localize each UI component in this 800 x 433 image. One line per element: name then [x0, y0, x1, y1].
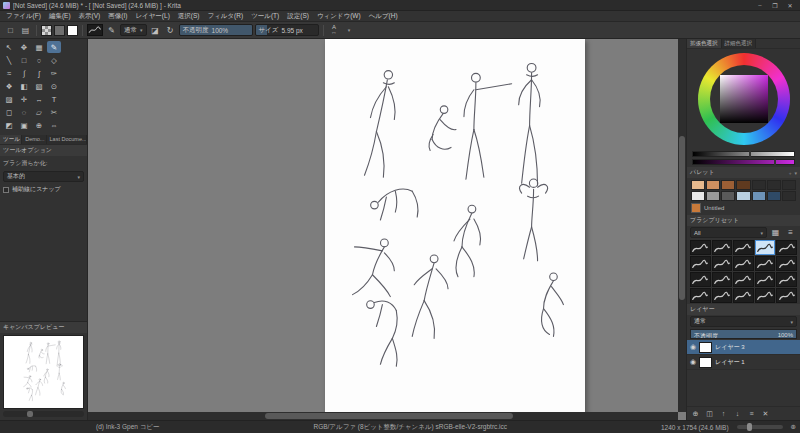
brush-preset[interactable]: [755, 256, 776, 271]
brush-preset[interactable]: [733, 240, 754, 255]
tool-rectangle[interactable]: □: [17, 54, 31, 66]
preview-zoom-knob[interactable]: [27, 411, 33, 417]
tool-color-sampler[interactable]: ⊙: [47, 80, 61, 92]
tool-contiguous-select[interactable]: ◩: [2, 119, 16, 131]
vertical-scrollbar-thumb[interactable]: [679, 136, 685, 300]
layer-row-selected[interactable]: ◉ レイヤー 3: [687, 340, 800, 355]
menu-filter[interactable]: フィルタ(R): [203, 12, 247, 21]
tool-pattern-edit[interactable]: ▨: [2, 93, 16, 105]
tool-freehand-select[interactable]: ✂: [47, 106, 61, 118]
tool-rect-select[interactable]: ◻: [2, 106, 16, 118]
saturation-value-square[interactable]: [720, 75, 768, 123]
layer-row[interactable]: ◉ レイヤー 1: [687, 355, 800, 370]
palette-selected-swatch[interactable]: [691, 203, 701, 213]
new-document-icon[interactable]: □: [4, 24, 17, 37]
brush-size-slider[interactable]: サイズ 5.95 px: [255, 24, 319, 36]
zoom-slider[interactable]: [737, 425, 783, 429]
brush-preset-selected[interactable]: [755, 240, 776, 255]
brush-preset[interactable]: [690, 288, 711, 303]
menu-window[interactable]: ウィンドウ(W): [313, 12, 365, 21]
palette-add-icon[interactable]: ＋: [787, 170, 792, 176]
tool-line[interactable]: ╲: [2, 54, 16, 66]
move-layer-up-button[interactable]: ↑: [717, 408, 730, 419]
brush-preset-preview[interactable]: [87, 24, 103, 36]
brush-preset[interactable]: [712, 288, 733, 303]
lightness-slider[interactable]: [692, 151, 795, 157]
menu-select[interactable]: 選択(S): [174, 12, 204, 21]
layer-properties-button[interactable]: ≡: [745, 408, 758, 419]
brush-preset[interactable]: [755, 272, 776, 287]
palette-swatch[interactable]: [767, 191, 781, 201]
tool-bezier[interactable]: ∫: [17, 67, 31, 79]
palette-swatch[interactable]: [752, 191, 766, 201]
eraser-mode-icon[interactable]: ◪: [149, 24, 162, 37]
tab-specific-color-selector[interactable]: 詳細色選択: [722, 39, 757, 48]
tool-transform[interactable]: ↖: [2, 41, 16, 53]
brush-preset[interactable]: [712, 256, 733, 271]
brush-view-grid-icon[interactable]: ▦: [769, 227, 782, 238]
brush-preset[interactable]: [712, 240, 733, 255]
tool-freehand-path[interactable]: ʃ: [32, 67, 46, 79]
canvas-preview-thumbnail[interactable]: [3, 335, 84, 409]
tab-last-documents[interactable]: Last Docume...: [47, 135, 87, 144]
vertical-scrollbar[interactable]: [678, 39, 686, 412]
brush-editor-icon[interactable]: ✎: [105, 24, 118, 37]
palette-swatch[interactable]: [736, 191, 750, 201]
tab-advanced-color-selector[interactable]: 拡張色選択: [687, 39, 722, 48]
brush-preset[interactable]: [733, 272, 754, 287]
palette-swatch[interactable]: [721, 191, 735, 201]
brush-preset[interactable]: [755, 288, 776, 303]
brush-preset[interactable]: [776, 288, 797, 303]
brush-tag-dropdown[interactable]: All ▾: [690, 227, 767, 238]
palette-swatch[interactable]: [691, 191, 705, 201]
zoom-slider-knob[interactable]: [747, 423, 752, 431]
tool-dynamic-brush[interactable]: ✑: [47, 67, 61, 79]
palette-swatch-empty[interactable]: [752, 180, 766, 190]
tool-assistants[interactable]: ✛: [17, 93, 31, 105]
tool-text[interactable]: T: [47, 93, 61, 105]
gradient-chooser[interactable]: [41, 25, 52, 36]
color-wheel[interactable]: [687, 49, 800, 149]
brush-preset[interactable]: [776, 240, 797, 255]
close-button[interactable]: ✕: [783, 1, 797, 10]
palette-swatch[interactable]: [706, 180, 720, 190]
palette-swatch-empty[interactable]: [767, 180, 781, 190]
palette-swatch-empty[interactable]: [782, 180, 796, 190]
delete-layer-button[interactable]: ✕: [759, 408, 772, 419]
tool-polygon-select[interactable]: ▱: [32, 106, 46, 118]
move-layer-down-button[interactable]: ↓: [731, 408, 744, 419]
brush-preset[interactable]: [690, 272, 711, 287]
tool-fill[interactable]: ◧: [17, 80, 31, 92]
palette-swatch[interactable]: [691, 180, 705, 190]
tool-similar-select[interactable]: ▣: [17, 119, 31, 131]
mirror-canvas-button[interactable]: A ↔: [328, 24, 341, 37]
tool-polyline[interactable]: ≈: [2, 67, 16, 79]
layer-blend-dropdown[interactable]: 通常 ▾: [690, 316, 797, 327]
open-document-icon[interactable]: ▤: [19, 24, 32, 37]
tool-zoom[interactable]: ⊕: [32, 119, 46, 131]
duplicate-layer-button[interactable]: ◫: [703, 408, 716, 419]
visibility-eye-icon[interactable]: ◉: [690, 343, 696, 351]
tool-multibrush[interactable]: ❖: [2, 80, 16, 92]
menu-tools[interactable]: ツール(T): [247, 12, 283, 21]
menu-layer[interactable]: レイヤー(L): [131, 12, 173, 21]
minimize-button[interactable]: –: [753, 1, 767, 10]
opacity-slider[interactable]: 不透明度 100%: [179, 24, 253, 36]
canvas-viewport[interactable]: [88, 39, 686, 420]
brush-preset[interactable]: [733, 256, 754, 271]
brush-preset[interactable]: [733, 288, 754, 303]
tab-tool[interactable]: ツール: [0, 135, 22, 144]
brush-preset[interactable]: [712, 272, 733, 287]
add-layer-button[interactable]: ⊕: [689, 408, 702, 419]
menu-edit[interactable]: 編集(E): [45, 12, 75, 21]
menu-file[interactable]: ファイル(F): [2, 12, 45, 21]
menu-settings[interactable]: 設定(S): [283, 12, 313, 21]
tab-demo[interactable]: Demo...: [22, 135, 46, 144]
chevron-down-icon[interactable]: ▾: [794, 170, 797, 176]
brush-view-list-icon[interactable]: ≡: [784, 227, 797, 238]
layer-opacity-slider[interactable]: 不透明度 100%: [690, 329, 797, 339]
tool-ellipse-select[interactable]: ◌: [17, 106, 31, 118]
palette-swatch[interactable]: [721, 180, 735, 190]
color-history-slider[interactable]: [692, 159, 795, 165]
menu-help[interactable]: ヘルプ(H): [365, 12, 402, 21]
